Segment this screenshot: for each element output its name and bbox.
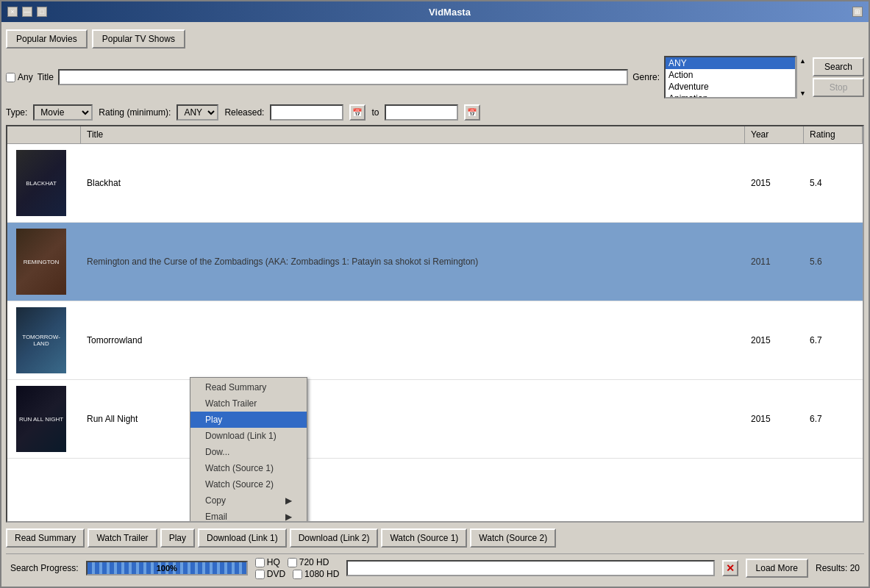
1080hd-text: 1080 HD: [304, 569, 339, 579]
copy-arrow: ▶: [285, 495, 292, 506]
title-bar-right: ⊞: [852, 7, 863, 17]
filter-row: Type: Movie TV Show Rating (minimum): AN…: [6, 103, 864, 122]
dvd-label: DVD: [255, 569, 285, 579]
dvd-checkbox[interactable]: [255, 570, 265, 579]
genre-option-action[interactable]: Action: [666, 69, 795, 81]
year-cell: 2015: [745, 144, 804, 222]
1080hd-label: 1080 HD: [293, 569, 339, 579]
close-btn[interactable]: ×: [7, 7, 18, 17]
genre-option-any[interactable]: ANY: [666, 57, 795, 69]
rating-cell: 5.4: [804, 144, 863, 222]
search-progress-label: Search Progress:: [10, 563, 79, 573]
released-from-input[interactable]: [270, 104, 343, 121]
filter-input[interactable]: [346, 560, 714, 576]
table-row[interactable]: TOMORROW-LAND Tomorrowland 2015 6.7: [7, 301, 863, 380]
read-summary-button[interactable]: Read Summary: [6, 528, 85, 548]
maximize-btn[interactable]: □: [37, 7, 47, 17]
context-copy[interactable]: Copy ▶: [190, 492, 307, 509]
main-content: Popular Movies Popular TV Shows Any Titl…: [1, 22, 869, 587]
context-watch-trailer[interactable]: Watch Trailer: [190, 395, 307, 412]
hq-checkbox[interactable]: [255, 558, 265, 567]
calendar-from-button[interactable]: 📅: [349, 104, 366, 121]
rating-cell: 6.7: [804, 380, 863, 458]
popular-tv-shows-button[interactable]: Popular TV Shows: [92, 29, 185, 49]
year-cell: 2015: [745, 380, 804, 458]
thumb-label: RUN ALL NIGHT: [18, 415, 65, 424]
context-watch-source1[interactable]: Watch (Source 1): [190, 460, 307, 476]
minimize-btn[interactable]: —: [22, 7, 32, 17]
genre-scroll-up[interactable]: ▲: [799, 57, 806, 65]
table-row[interactable]: BLACKHAT Blackhat 2015 5.4: [7, 144, 863, 223]
title-cell: Remington and the Curse of the Zombading…: [81, 223, 745, 301]
app-title: VidMasta: [429, 7, 471, 18]
rating-select[interactable]: ANY 1234 5678 9: [177, 104, 218, 121]
stop-button[interactable]: Stop: [813, 78, 864, 97]
col-header-title[interactable]: Title: [81, 126, 745, 143]
copy-label: Copy: [205, 495, 226, 506]
thumb-label: TOMORROW-LAND: [16, 332, 66, 348]
thumb-cell: REMINGTON: [7, 223, 81, 301]
720hd-checkbox[interactable]: [288, 558, 297, 567]
released-label: Released:: [224, 107, 264, 118]
rating-cell: 6.7: [804, 301, 863, 379]
context-download-link2[interactable]: Dow...: [190, 444, 307, 460]
movie-thumbnail: REMINGTON: [16, 229, 66, 295]
load-more-button[interactable]: Load More: [746, 559, 808, 578]
thumb-label: REMINGTON: [22, 257, 61, 267]
hq-label: HQ: [255, 557, 280, 567]
context-watch-source2[interactable]: Watch (Source 2): [190, 476, 307, 492]
search-button[interactable]: Search: [813, 57, 864, 76]
email-label: Email: [205, 512, 227, 521]
search-actions: Search Stop: [813, 57, 864, 97]
watch-trailer-button[interactable]: Watch Trailer: [88, 528, 157, 548]
any-checkbox-container: Any: [6, 72, 33, 82]
table-row[interactable]: REMINGTON Remington and the Curse of the…: [7, 223, 863, 301]
released-to-label: to: [371, 107, 379, 118]
context-download-link1[interactable]: Download (Link 1): [190, 428, 307, 444]
download-link2-button[interactable]: Download (Link 2): [290, 528, 379, 548]
play-button[interactable]: Play: [160, 528, 195, 548]
progress-bar: 100%: [86, 561, 248, 576]
clear-filter-button[interactable]: ✕: [722, 560, 738, 576]
app-window: × — □ VidMasta ⊞ Popular Movies Popular …: [0, 0, 870, 588]
thumb-cell: TOMORROW-LAND: [7, 301, 81, 379]
popular-movies-button[interactable]: Popular Movies: [6, 29, 88, 49]
col-header-year[interactable]: Year: [745, 126, 804, 143]
progress-text: 100%: [88, 564, 246, 573]
genre-option-animation[interactable]: Animation: [666, 93, 795, 98]
rating-label: Rating (minimum):: [99, 107, 171, 118]
context-read-summary[interactable]: Read Summary: [190, 379, 307, 395]
title-cell: Tomorrowland: [81, 301, 745, 379]
genre-scroll-down[interactable]: ▼: [799, 90, 806, 97]
title-input[interactable]: [58, 69, 628, 85]
context-email[interactable]: Email ▶: [190, 509, 307, 521]
movie-thumbnail: RUN ALL NIGHT: [16, 386, 66, 452]
any-checkbox[interactable]: [6, 73, 15, 82]
thumb-cell: RUN ALL NIGHT: [7, 380, 81, 458]
results-table: Title Year Rating BLACKHAT Blackhat 2015…: [6, 125, 864, 523]
watch-source2-button[interactable]: Watch (Source 2): [470, 528, 556, 548]
720hd-text: 720 HD: [299, 557, 329, 567]
type-select[interactable]: Movie TV Show: [33, 104, 93, 121]
1080hd-checkbox[interactable]: [293, 570, 302, 579]
genre-listbox[interactable]: ANY Action Adventure Animation: [664, 56, 796, 98]
released-to-input[interactable]: [385, 104, 458, 121]
title-bar-controls: × — □: [7, 7, 47, 17]
top-buttons: Popular Movies Popular TV Shows: [6, 26, 864, 51]
720hd-label: 720 HD: [288, 557, 329, 567]
hd-options: HQ 720 HD DVD 1080 HD: [255, 557, 340, 579]
hd-row-top: HQ 720 HD: [255, 557, 340, 567]
search-row: Any Title Genre: ANY Action Adventure An…: [6, 54, 864, 100]
col-header-rating[interactable]: Rating: [804, 126, 863, 143]
calendar-to-button[interactable]: 📅: [464, 104, 480, 121]
download-link1-button[interactable]: Download (Link 1): [198, 528, 287, 548]
watch-source1-button[interactable]: Watch (Source 1): [381, 528, 467, 548]
context-play[interactable]: Play: [190, 412, 307, 428]
col-header-thumb: [7, 126, 81, 143]
results-label: Results: 20: [816, 563, 860, 573]
dvd-text: DVD: [267, 569, 285, 579]
table-row[interactable]: RUN ALL NIGHT Run All Night 2015 6.7: [7, 380, 863, 459]
restore-btn[interactable]: ⊞: [852, 7, 863, 17]
genre-option-adventure[interactable]: Adventure: [666, 81, 795, 93]
email-arrow: ▶: [285, 512, 292, 521]
